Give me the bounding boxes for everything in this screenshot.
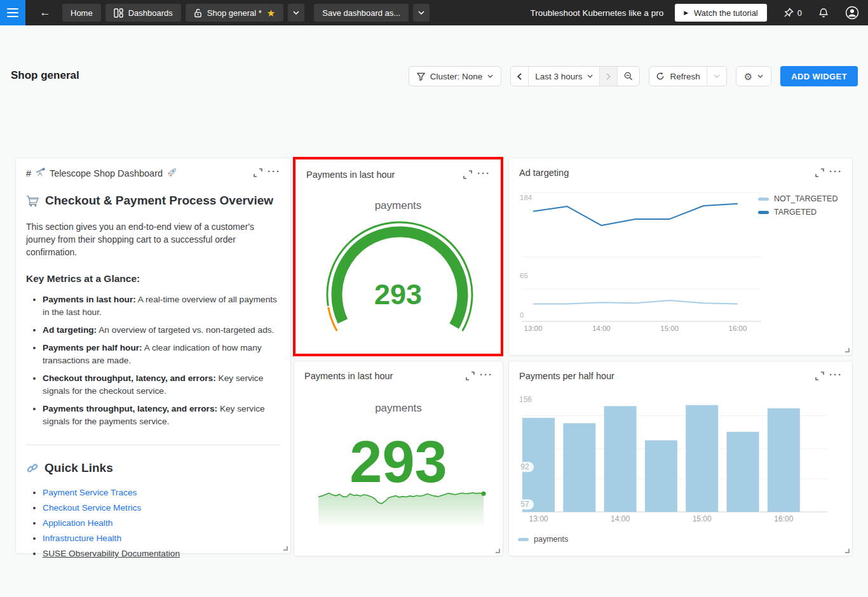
time-forward-button[interactable] <box>599 67 617 86</box>
quick-link[interactable]: Payment Service Traces <box>43 488 137 497</box>
cluster-filter-button[interactable]: Cluster: None <box>409 66 502 86</box>
svg-text:184: 184 <box>520 194 532 201</box>
metric-item: Payments per half hour: A clear indicati… <box>43 342 280 367</box>
metrics-heading: Key Metrics at a Glance: <box>26 273 280 285</box>
quick-links-heading: Quick Links <box>26 461 280 475</box>
quick-link[interactable]: Infrastructure Health <box>43 533 121 543</box>
resize-handle[interactable] <box>283 546 288 551</box>
refresh-label: Refresh <box>670 72 700 81</box>
svg-text:92: 92 <box>520 462 529 471</box>
back-button[interactable]: ← <box>34 4 56 22</box>
save-dashboard-button[interactable]: Save dashboard as... <box>314 4 409 22</box>
quick-link[interactable]: SUSE Observability Documentation <box>43 549 180 558</box>
resize-handle[interactable] <box>845 549 850 553</box>
refresh-button[interactable]: Refresh <box>649 67 706 86</box>
link-icon <box>26 462 39 474</box>
widget-markdown: # Telescope Shop Dashboard ··· Checkout … <box>15 158 291 554</box>
expand-widget-button[interactable] <box>463 170 472 182</box>
metric-item: Payments in last hour: A real-time overv… <box>43 293 280 319</box>
gauge-value: 293 <box>296 278 500 311</box>
quick-link-item: Checkout Service Metrics <box>43 503 280 513</box>
resize-handle[interactable] <box>496 549 500 553</box>
add-widget-button[interactable]: ADD WIDGET <box>780 66 858 86</box>
markdown-content: Checkout & Payment Process Overview This… <box>26 189 280 564</box>
chevron-down-icon <box>418 11 424 15</box>
expand-icon <box>254 168 262 177</box>
legend-label: NOT_TARGETED <box>774 194 837 203</box>
svg-text:16:00: 16:00 <box>729 325 747 332</box>
legend-item[interactable]: TARGETED <box>758 208 837 217</box>
quick-link-item: SUSE Observability Documentation <box>43 549 280 558</box>
line-chart[interactable]: 18465013:0014:0015:0016:00 <box>509 158 853 356</box>
widget-menu-button[interactable]: ··· <box>477 170 491 177</box>
save-dashboard-label: Save dashboard as... <box>322 8 400 18</box>
widget-title: Payments in last hour <box>306 170 395 180</box>
gauge-series-label: payments <box>296 199 500 212</box>
legend-swatch <box>758 198 769 201</box>
tab-shop-general[interactable]: Shop general * ★ <box>186 4 283 22</box>
expand-icon <box>463 170 472 179</box>
legend-label: payments <box>534 535 568 544</box>
cart-icon <box>26 195 39 207</box>
pin-count: 0 <box>797 8 802 18</box>
legend-item[interactable]: NOT_TARGETED <box>758 194 837 203</box>
metric-item: Ad targeting: An overview of targeted vs… <box>43 324 280 337</box>
time-range-group: Last 3 hours <box>510 66 640 86</box>
quick-links-list: Payment Service TracesCheckout Service M… <box>43 488 280 558</box>
svg-text:13:00: 13:00 <box>524 325 543 332</box>
filter-icon <box>417 72 425 81</box>
tab-home[interactable]: Home <box>62 4 101 22</box>
dashboard-toolbar: Cluster: None Last 3 hours Refresh <box>409 66 858 86</box>
play-icon: ▶ <box>684 10 688 16</box>
top-navbar: ← Home Dashboards Shop general * ★ Save … <box>0 0 868 25</box>
svg-text:65: 65 <box>520 272 528 279</box>
nav-tabs: Home Dashboards Shop general * ★ <box>62 4 304 22</box>
widget-ad-targeting: Ad targeting ··· 18465013:0014:0015:0016… <box>508 158 853 356</box>
time-back-button[interactable] <box>511 67 528 86</box>
dashboard-options-chevron[interactable] <box>288 4 304 22</box>
refresh-icon <box>656 72 665 81</box>
tab-shop-general-label: Shop general * <box>207 8 262 18</box>
widget-menu-button[interactable]: ··· <box>268 168 281 175</box>
settings-button[interactable]: ⚙ <box>736 66 771 86</box>
tab-home-label: Home <box>71 8 93 18</box>
svg-text:57: 57 <box>520 500 529 509</box>
bar-chart[interactable]: 13:0014:0015:0016:001569257 <box>509 361 853 557</box>
svg-text:13:00: 13:00 <box>529 514 548 523</box>
zoom-out-button[interactable] <box>617 67 639 86</box>
notifications-button[interactable] <box>818 8 829 18</box>
quick-link[interactable]: Checkout Service Metrics <box>43 503 141 513</box>
promo-text: Troubleshoot Kubernetes like a pro <box>531 8 664 18</box>
telescope-icon <box>36 168 45 177</box>
lock-open-icon <box>194 8 202 18</box>
dashboards-icon <box>114 8 123 18</box>
metrics-list: Payments in last hour: A real-time overv… <box>43 293 280 428</box>
quick-link[interactable]: Application Health <box>43 518 112 528</box>
chevron-down-icon <box>293 11 299 15</box>
svg-text:14:00: 14:00 <box>592 325 611 332</box>
watch-tutorial-button[interactable]: ▶ Watch the tutorial <box>675 4 767 22</box>
tab-dashboards-label: Dashboards <box>128 8 173 18</box>
tab-dashboards[interactable]: Dashboards <box>105 4 181 22</box>
resize-handle[interactable] <box>845 348 850 352</box>
cluster-filter-label: Cluster: None <box>430 72 483 81</box>
bell-icon <box>818 8 829 18</box>
legend-swatch <box>518 538 529 541</box>
quick-link-item: Application Health <box>43 518 280 528</box>
svg-text:16:00: 16:00 <box>774 514 793 523</box>
chevron-right-icon <box>606 73 611 80</box>
time-range-button[interactable]: Last 3 hours <box>528 67 599 86</box>
sparkline-chart[interactable] <box>294 361 504 557</box>
widget-title: # Telescope Shop Dashboard <box>26 168 177 178</box>
save-options-chevron[interactable] <box>413 4 430 22</box>
user-avatar[interactable] <box>845 6 859 20</box>
refresh-options-chevron[interactable] <box>707 67 726 86</box>
chevron-left-icon <box>517 73 522 80</box>
star-icon[interactable]: ★ <box>267 8 275 18</box>
legend-item[interactable]: payments <box>518 535 568 544</box>
expand-widget-button[interactable] <box>254 168 262 180</box>
chart-legend: NOT_TARGETEDTARGETED <box>758 194 837 217</box>
pinned-views-button[interactable]: 0 <box>783 8 802 18</box>
menu-button[interactable] <box>0 0 25 25</box>
gear-icon: ⚙ <box>744 72 752 81</box>
